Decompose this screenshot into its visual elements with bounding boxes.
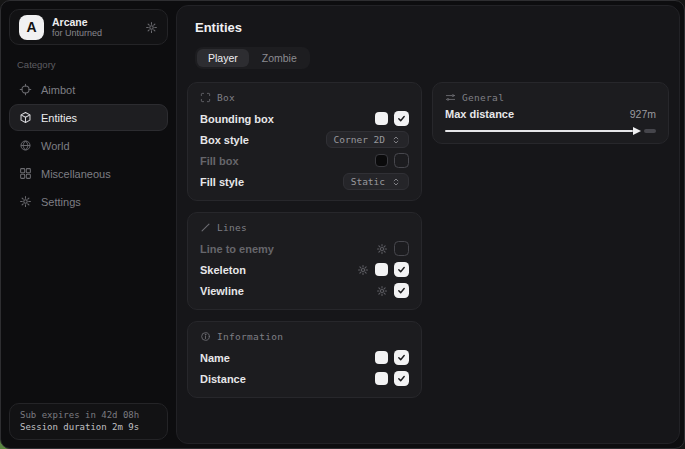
app-name: Arcane — [52, 16, 137, 28]
scan-corners-icon — [200, 92, 211, 103]
slash-icon — [200, 222, 211, 233]
session-duration-text: Session duration 2m 9s — [20, 422, 157, 432]
setting-label: Skeleton — [200, 264, 246, 276]
setting-row-line-to-enemy: Line to enemy — [200, 238, 409, 259]
setting-label: Name — [200, 352, 230, 364]
sliders-icon — [445, 92, 456, 103]
right-column: General Max distance 927m — [432, 82, 669, 144]
crosshair-icon — [19, 83, 32, 96]
color-swatch[interactable] — [375, 112, 388, 125]
max-distance-row: Max distance 927m — [445, 108, 656, 120]
setting-row-bounding-box: Bounding box — [200, 108, 409, 129]
arcane-window: A Arcane for Unturned Category A — [0, 0, 685, 449]
setting-label: Line to enemy — [200, 243, 274, 255]
chevrons-up-down-icon — [391, 135, 401, 145]
app-logo: A — [19, 15, 44, 40]
max-distance-value: 927m — [630, 108, 656, 120]
checkbox-checked[interactable] — [394, 262, 409, 277]
sidebar-item-entities[interactable]: Entities — [9, 104, 168, 131]
max-distance-label: Max distance — [445, 108, 514, 120]
sidebar-item-label: Settings — [41, 196, 81, 208]
setting-label: Distance — [200, 373, 246, 385]
app-meta: Arcane for Unturned — [52, 16, 137, 38]
lines-card: Lines Line to enemy — [187, 212, 422, 310]
app-header-card: A Arcane for Unturned — [9, 9, 168, 45]
row-settings-gear-icon[interactable] — [376, 285, 388, 297]
general-card-header: General — [445, 92, 656, 103]
page-title: Entities — [195, 20, 669, 35]
sidebar-item-miscellaneous[interactable]: Miscellaneous — [9, 160, 168, 187]
information-card-title: Information — [217, 331, 283, 342]
information-card: Information Name Distance — [187, 321, 422, 398]
sub-expiry-text: Sub expires in 42d 08h — [20, 410, 157, 420]
entity-tabs: Player Zombie — [195, 47, 310, 69]
info-icon — [200, 331, 211, 342]
color-swatch[interactable] — [375, 263, 388, 276]
checkbox-unchecked[interactable] — [394, 153, 409, 168]
slider-fill — [445, 130, 633, 132]
chevrons-up-down-icon — [391, 177, 401, 187]
setting-row-name: Name — [200, 347, 409, 368]
setting-label: Fill box — [200, 155, 239, 167]
main-panel: Entities Player Zombie Box — [176, 5, 680, 444]
cube-icon — [19, 111, 32, 124]
fill-style-dropdown[interactable]: Static — [343, 173, 409, 190]
setting-row-fill-box: Fill box — [200, 150, 409, 171]
checkbox-checked[interactable] — [394, 283, 409, 298]
setting-label: Fill style — [200, 176, 244, 188]
setting-row-distance: Distance — [200, 368, 409, 389]
row-settings-gear-icon[interactable] — [357, 264, 369, 276]
setting-row-box-style: Box style Corner 2D — [200, 129, 409, 150]
general-card-title: General — [462, 92, 504, 103]
grid-icon — [19, 167, 32, 180]
lines-card-header: Lines — [200, 222, 409, 233]
setting-row-viewline: Viewline — [200, 280, 409, 301]
globe-icon — [19, 139, 32, 152]
dropdown-value: Static — [351, 176, 385, 187]
setting-row-fill-style: Fill style Static — [200, 171, 409, 192]
slider-thumb[interactable] — [633, 127, 641, 135]
max-distance-slider[interactable] — [445, 126, 656, 135]
setting-row-skeleton: Skeleton — [200, 259, 409, 280]
tab-player[interactable]: Player — [197, 49, 249, 67]
box-card-header: Box — [200, 92, 409, 103]
gear-icon — [19, 195, 32, 208]
box-card-title: Box — [217, 92, 235, 103]
sidebar-item-settings[interactable]: Settings — [9, 188, 168, 215]
slider-track-rest — [644, 129, 656, 133]
lines-card-title: Lines — [217, 222, 247, 233]
category-label: Category — [17, 59, 176, 70]
sidebar-nav: Aimbot Entities World — [1, 76, 176, 215]
checkbox-checked[interactable] — [394, 111, 409, 126]
sidebar-item-label: Aimbot — [41, 84, 75, 96]
information-card-header: Information — [200, 331, 409, 342]
color-swatch[interactable] — [375, 351, 388, 364]
app-subtitle: for Unturned — [52, 28, 137, 38]
row-settings-gear-icon[interactable] — [376, 243, 388, 255]
checkbox-unchecked[interactable] — [394, 241, 409, 256]
color-swatch[interactable] — [375, 154, 388, 167]
left-column: Box Bounding box Box style — [187, 82, 422, 398]
box-card: Box Bounding box Box style — [187, 82, 422, 201]
app-settings-icon[interactable] — [145, 21, 158, 34]
sidebar-item-aimbot[interactable]: Aimbot — [9, 76, 168, 103]
tab-zombie[interactable]: Zombie — [251, 49, 308, 67]
general-card: General Max distance 927m — [432, 82, 669, 144]
sidebar-item-label: Entities — [41, 112, 77, 124]
setting-label: Box style — [200, 134, 249, 146]
sidebar: A Arcane for Unturned Category A — [1, 1, 176, 448]
color-swatch[interactable] — [375, 372, 388, 385]
checkbox-checked[interactable] — [394, 371, 409, 386]
setting-label: Viewline — [200, 285, 244, 297]
sidebar-item-world[interactable]: World — [9, 132, 168, 159]
dropdown-value: Corner 2D — [334, 134, 385, 145]
box-style-dropdown[interactable]: Corner 2D — [326, 131, 409, 148]
setting-label: Bounding box — [200, 113, 274, 125]
subscription-card: Sub expires in 42d 08h Session duration … — [9, 403, 168, 440]
settings-columns: Box Bounding box Box style — [187, 82, 669, 398]
sidebar-item-label: Miscellaneous — [41, 168, 111, 180]
checkbox-checked[interactable] — [394, 350, 409, 365]
sidebar-item-label: World — [41, 140, 70, 152]
